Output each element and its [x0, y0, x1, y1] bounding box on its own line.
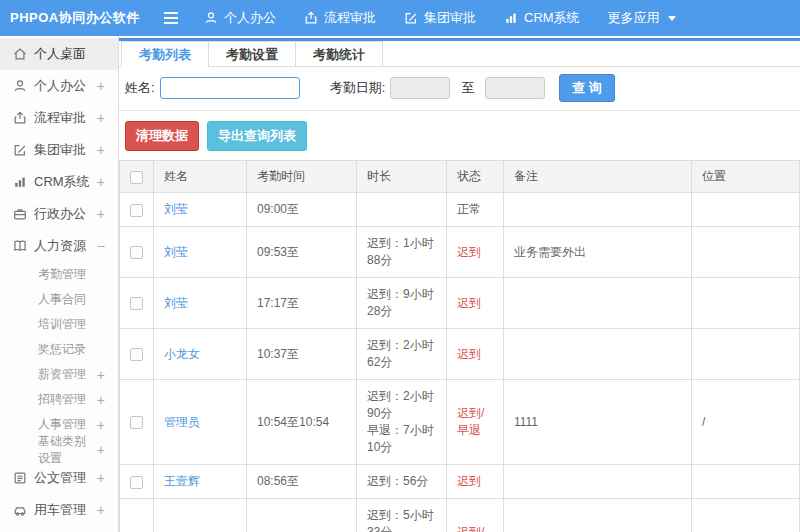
table-row: 小龙女10:37至迟到：2小时62分迟到: [120, 329, 800, 380]
row-checkbox[interactable]: [130, 204, 143, 217]
clean-data-button[interactable]: 清理数据: [125, 121, 199, 151]
menu-toggle-button[interactable]: [152, 11, 190, 25]
tab-attendance-settings[interactable]: 考勤设置: [208, 41, 296, 67]
topnav-item-label: 更多应用: [608, 9, 660, 27]
expand-plus-icon: +: [97, 442, 105, 458]
status-badge: 迟到/早退: [457, 525, 484, 532]
attendance-time-cell: 10:54至10:54: [247, 380, 357, 465]
status-badge: 迟到/早退: [457, 406, 484, 437]
sidebar-subitem-label: 基础类别设置: [38, 433, 97, 467]
expand-plus-icon: +: [97, 142, 105, 158]
attendance-time-cell: 08:56至: [247, 465, 357, 499]
employee-name-link[interactable]: 刘莹: [164, 245, 188, 259]
sidebar-subitem-hr-contract[interactable]: 人事合同: [0, 287, 118, 312]
sidebar-subitem-recruitment-management[interactable]: 招聘管理+: [0, 387, 118, 412]
sidebar-subitem-label: 人事管理: [38, 416, 86, 433]
employee-name-link[interactable]: 王壹辉: [164, 474, 200, 488]
edit-icon: [404, 11, 418, 25]
header-status: 状态: [447, 161, 504, 193]
sidebar-subitem-reward-punishment[interactable]: 奖惩记录: [0, 337, 118, 362]
sidebar-item-personal-office[interactable]: 个人办公+: [0, 70, 118, 102]
sidebar-item-personal-desktop[interactable]: 个人桌面: [0, 38, 118, 70]
sidebar-subitem-base-category-settings[interactable]: 基础类别设置+: [0, 437, 118, 462]
employee-name-link[interactable]: 管理员: [164, 415, 200, 429]
flow-icon: [304, 11, 318, 25]
date-to-input[interactable]: [485, 77, 545, 99]
expand-plus-icon: +: [97, 206, 105, 222]
remark-cell: [504, 193, 692, 227]
topnav-item-label: 集团审批: [424, 9, 476, 27]
topnav-item-workflow-approval[interactable]: 流程审批: [290, 0, 390, 36]
sidebar-item-label: 流程审批: [34, 109, 86, 127]
topnav-item-label: 流程审批: [324, 9, 376, 27]
query-button[interactable]: 查 询: [559, 74, 615, 102]
row-checkbox[interactable]: [130, 297, 143, 310]
sidebar-item-human-resources[interactable]: 人力资源−: [0, 230, 118, 262]
employee-name-link[interactable]: 刘莹: [164, 296, 188, 310]
sidebar-item-crm-system[interactable]: CRM系统+: [0, 166, 118, 198]
row-checkbox[interactable]: [130, 476, 143, 489]
header-location: 位置: [692, 161, 800, 193]
row-checkbox[interactable]: [130, 416, 143, 429]
sidebar-subitem-label: 考勤管理: [38, 266, 86, 283]
sidebar-item-vehicle-management[interactable]: 用车管理+: [0, 494, 118, 526]
sidebar-item-archive-management[interactable]: 档案管理+: [0, 526, 118, 532]
sidebar: 个人桌面个人办公+流程审批+集团审批+CRM系统+行政办公+人力资源−考勤管理人…: [0, 36, 119, 532]
tab-bar: 考勤列表 考勤设置 考勤统计: [119, 41, 800, 67]
book-icon: [13, 239, 27, 253]
topnav-item-group-approval[interactable]: 集团审批: [390, 0, 490, 36]
user-icon: [204, 11, 218, 25]
location-cell: [692, 193, 800, 227]
sidebar-item-workflow-approval[interactable]: 流程审批+: [0, 102, 118, 134]
sidebar-item-group-approval[interactable]: 集团审批+: [0, 134, 118, 166]
location-cell: /: [692, 380, 800, 465]
table-row: 刘莹17:17至迟到：9小时28分迟到: [120, 278, 800, 329]
table-row: 管理员10:54至10:54迟到：2小时90分早退：7小时10分迟到/早退111…: [120, 380, 800, 465]
date-label: 考勤日期:: [330, 79, 386, 97]
duration-cell: 迟到：5小时33分早退：4小时67分: [357, 499, 447, 532]
status-badge: 迟到: [457, 347, 481, 361]
location-cell: /: [692, 499, 800, 532]
export-list-button[interactable]: 导出查询列表: [207, 121, 307, 151]
table-row: 王壹辉08:56至迟到：56分迟到: [120, 465, 800, 499]
chart-icon: [504, 11, 518, 25]
employee-name-link[interactable]: 刘莹: [164, 202, 188, 216]
sidebar-item-label: 公文管理: [34, 469, 86, 487]
sidebar-subitem-label: 培训管理: [38, 316, 86, 333]
location-cell: [692, 329, 800, 380]
topnav-item-personal-office[interactable]: 个人办公: [190, 0, 290, 36]
sidebar-item-admin-office[interactable]: 行政办公+: [0, 198, 118, 230]
sidebar-subitem-salary-management[interactable]: 薪资管理+: [0, 362, 118, 387]
expand-plus-icon: +: [97, 110, 105, 126]
collapse-minus-icon: −: [97, 238, 105, 254]
duration-cell: [357, 193, 447, 227]
action-buttons: 清理数据 导出查询列表: [119, 111, 800, 160]
sidebar-subitem-attendance-management[interactable]: 考勤管理: [0, 262, 118, 287]
select-all-checkbox[interactable]: [130, 171, 143, 184]
header-time: 考勤时间: [247, 161, 357, 193]
header-remark: 备注: [504, 161, 692, 193]
duration-cell: 迟到：2小时90分早退：7小时10分: [357, 380, 447, 465]
name-search-input[interactable]: [160, 77, 300, 99]
topnav-item-label: CRM系统: [524, 9, 580, 27]
tab-attendance-list[interactable]: 考勤列表: [121, 41, 209, 67]
topnav-item-label: 个人办公: [224, 9, 276, 27]
sidebar-item-label: 人力资源: [34, 237, 86, 255]
tab-attendance-stats[interactable]: 考勤统计: [295, 41, 383, 67]
home-icon: [13, 47, 27, 61]
sidebar-subitem-training-management[interactable]: 培训管理: [0, 312, 118, 337]
topnav-item-more-apps[interactable]: 更多应用: [594, 0, 690, 36]
remark-cell: [504, 465, 692, 499]
employee-name-link[interactable]: 小龙女: [164, 347, 200, 361]
user-icon: [13, 79, 27, 93]
topnav-item-crm-system[interactable]: CRM系统: [490, 0, 594, 36]
sidebar-subitem-label: 招聘管理: [38, 391, 86, 408]
briefcase-icon: [13, 207, 27, 221]
date-from-input[interactable]: [390, 77, 450, 99]
row-checkbox[interactable]: [130, 348, 143, 361]
app-logo: PHPOA协同办公软件: [0, 9, 152, 27]
search-form: 姓名: 考勤日期: 至 查 询: [119, 67, 800, 111]
topnav-items: 个人办公流程审批集团审批CRM系统更多应用: [190, 0, 690, 36]
row-checkbox[interactable]: [130, 246, 143, 259]
sidebar-item-document-management[interactable]: 公文管理+: [0, 462, 118, 494]
